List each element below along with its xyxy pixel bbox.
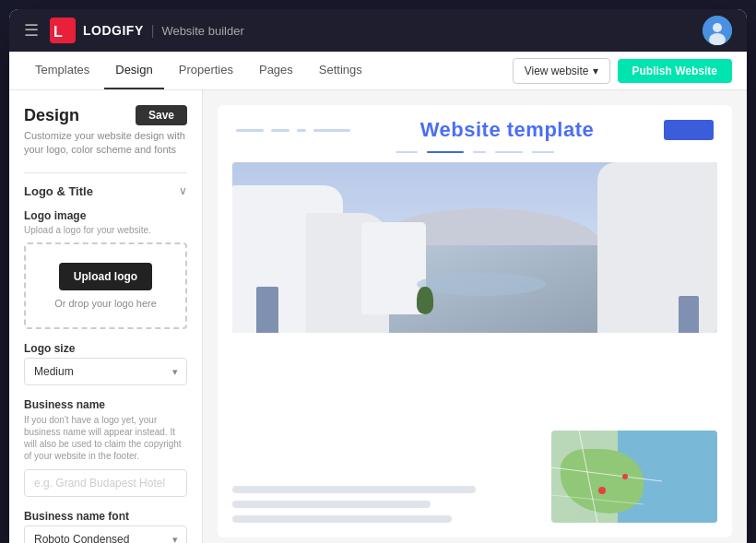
nav-line-1: [236, 129, 264, 132]
preview-cta-button: [664, 120, 714, 140]
separator: |: [151, 23, 155, 38]
building-door-2: [679, 296, 699, 333]
app-name: LODGIFY: [83, 23, 144, 38]
water-element: [417, 273, 546, 296]
subnav-line-3: [473, 151, 486, 153]
tab-design[interactable]: Design: [104, 52, 163, 89]
business-name-label: Business name: [24, 398, 187, 411]
building-4: [597, 162, 717, 333]
logo-title-section-header[interactable]: Logo & Title ∨: [24, 184, 187, 198]
nav-line-3: [297, 129, 306, 132]
preview-frame: Website template: [218, 105, 732, 537]
map-block: [551, 431, 717, 523]
preview-title: Website template: [420, 118, 595, 142]
business-name-input[interactable]: [24, 469, 187, 497]
svg-line-4: [551, 495, 644, 504]
business-name-description: If you don't have a logo yet, your busin…: [24, 414, 187, 462]
tab-pages[interactable]: Pages: [248, 52, 304, 89]
subnav-line-5: [532, 151, 554, 153]
text-block-2: [232, 501, 431, 508]
logo-image-label: Logo image: [24, 209, 187, 222]
avatar-image: [703, 16, 732, 45]
top-bar-left: ☰ L LODGIFY | Website builder: [24, 18, 244, 43]
logo-area: L LODGIFY | Website builder: [50, 18, 244, 43]
avatar[interactable]: [703, 16, 732, 45]
preview-nav-lines: [236, 129, 350, 132]
subnav-line-2: [427, 151, 464, 153]
sidebar-subtitle: Customize your website design with your …: [24, 129, 187, 158]
logo-size-select[interactable]: Small Medium Large: [24, 358, 187, 385]
sidebar-header: Design Save: [24, 105, 187, 125]
preview-subnav: [218, 151, 732, 162]
logo-title-section-title: Logo & Title: [24, 184, 93, 198]
svg-text:L: L: [53, 24, 63, 40]
text-block-3: [232, 515, 452, 523]
upload-area[interactable]: Upload logo Or drop your logo here: [24, 242, 187, 329]
page-subtitle: Website builder: [161, 24, 243, 38]
view-website-label: View website: [525, 65, 589, 77]
main-content: Design Save Customize your website desig…: [9, 90, 747, 543]
top-bar: ☰ L LODGIFY | Website builder: [9, 9, 747, 52]
hero-background: [232, 162, 717, 333]
save-button[interactable]: Save: [136, 105, 187, 125]
subnav-line-1: [396, 151, 418, 153]
text-block-1: [232, 486, 476, 493]
preview-bottom: [218, 416, 732, 537]
business-name-section: Business name If you don't have a logo y…: [24, 398, 187, 497]
tab-templates[interactable]: Templates: [24, 52, 100, 89]
logo-size-label: Logo size: [24, 342, 187, 355]
business-name-font-select-wrapper: Roboto Condensed Open Sans Lato Montserr…: [24, 525, 187, 543]
logo-image-sublabel: Upload a logo for your website.: [24, 225, 187, 235]
business-name-font-select[interactable]: Roboto Condensed Open Sans Lato Montserr…: [24, 525, 187, 543]
building-door: [256, 287, 278, 333]
svg-line-2: [551, 467, 662, 481]
nav-tabs: Templates Design Properties Pages Settin…: [24, 52, 373, 89]
tab-properties[interactable]: Properties: [168, 52, 244, 89]
preview-hero-image: [232, 162, 717, 333]
chevron-down-icon: ▾: [593, 65, 598, 77]
hero-overlay: [232, 162, 717, 333]
logo-title-section: Logo & Title ∨ Logo image Upload a logo …: [24, 172, 187, 543]
text-blocks: [232, 431, 537, 523]
sidebar-title: Design: [24, 106, 79, 125]
sidebar: Design Save Customize your website desig…: [9, 90, 203, 543]
view-website-button[interactable]: View website ▾: [513, 58, 610, 84]
nav-line-4: [313, 129, 350, 132]
map-roads: [551, 431, 717, 523]
svg-point-5: [598, 487, 606, 494]
upload-hint: Or drop your logo here: [37, 298, 174, 309]
publish-website-button[interactable]: Publish Website: [618, 59, 732, 83]
nav-right: View website ▾ Publish Website: [513, 58, 732, 84]
svg-point-6: [622, 474, 628, 479]
hamburger-icon[interactable]: ☰: [24, 20, 39, 41]
logo-size-select-wrapper: Small Medium Large ▾: [24, 358, 187, 385]
nav-line-2: [271, 129, 289, 132]
nav-bar: Templates Design Properties Pages Settin…: [9, 52, 747, 90]
lodgify-logo-icon: L: [50, 18, 76, 43]
preview-header: Website template: [218, 105, 732, 151]
preview-area: Website template: [203, 90, 747, 543]
app-window: ☰ L LODGIFY | Website builder Template: [9, 9, 747, 543]
top-bar-right: [703, 16, 732, 45]
svg-line-3: [579, 431, 597, 523]
business-name-font-label: Business name font: [24, 510, 187, 523]
subnav-line-4: [495, 151, 523, 153]
chevron-down-icon: ∨: [179, 184, 187, 197]
tab-settings[interactable]: Settings: [308, 52, 373, 89]
upload-logo-button[interactable]: Upload logo: [59, 263, 152, 290]
plant-element: [417, 287, 433, 314]
